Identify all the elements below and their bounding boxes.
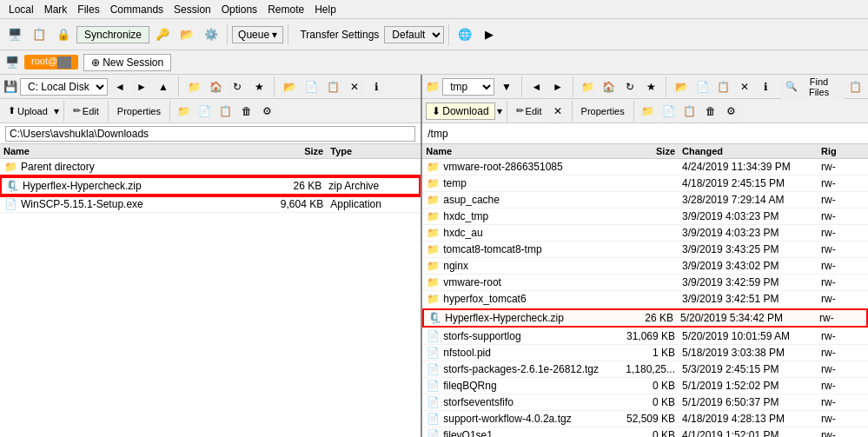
download-icon: ⬇ (432, 105, 441, 117)
menu-local[interactable]: Local (3, 2, 39, 17)
right-toolbar-new-folder[interactable]: 📂 (672, 77, 690, 96)
left-toolbar-new-file[interactable]: 📄 (301, 77, 321, 96)
left-toolbar-folder[interactable]: 📁 (184, 77, 203, 96)
toolbar-icon-btn-7[interactable]: 🌐 (454, 25, 476, 44)
right-file-row-10[interactable]: 📄 storfs-supportlog 31,069 KB 5/20/2019 … (422, 328, 868, 345)
left-sep-2 (274, 76, 275, 97)
transfer-settings-select[interactable]: Default (384, 26, 444, 43)
toolbar-icon-btn-5[interactable]: 📂 (176, 25, 198, 44)
toolbar-icon-btn-1[interactable]: 🖥️ (3, 25, 26, 44)
left-file-row-parent[interactable]: 📁 Parent directory (0, 159, 421, 175)
right-toolbar-props[interactable]: ℹ (757, 77, 775, 96)
right-toolbar-delete[interactable]: ✕ (736, 77, 754, 96)
session-user: root@ (24, 55, 78, 69)
right-file-row-3[interactable]: 📁 hxdc_tmp 3/9/2019 4:03:23 PM rw- (422, 209, 868, 225)
left-extra-4[interactable]: 🗑 (237, 102, 256, 121)
left-file-row-1[interactable]: 📄 WinSCP-5.15.1-Setup.exe 9,604 KB Appli… (0, 196, 421, 213)
right-file-rights-4: rw- (821, 227, 865, 239)
right-file-row-15[interactable]: 📄 support-workflow-4.0.2a.tgz 52,509 KB … (422, 411, 868, 427)
right-file-row-9[interactable]: 🗜️ Hyperflex-Hypercheck.zip 26 KB 5/20/2… (422, 308, 868, 328)
menu-commands[interactable]: Commands (105, 2, 169, 17)
queue-button[interactable]: Queue ▾ (232, 26, 283, 43)
right-file-row-16[interactable]: 📄 fileyQ1se1 0 KB 4/1/2019 1:52:01 PM rw… (422, 427, 868, 437)
right-file-row-5[interactable]: 📁 tomcat8-tomcat8-tmp 3/9/2019 3:43:25 P… (422, 242, 868, 258)
toolbar-icon-btn-3[interactable]: 🔒 (52, 25, 75, 44)
menu-files[interactable]: Files (72, 2, 104, 17)
left-extra-5[interactable]: ⚙ (258, 102, 277, 121)
right-file-row-13[interactable]: 📄 fileqBQRng 0 KB 5/1/2019 1:52:02 PM rw… (422, 378, 868, 394)
right-extra-2[interactable]: 📄 (659, 102, 679, 121)
right-file-icon-0: 📁 (426, 160, 440, 174)
edit-icon-right: ✏ (516, 105, 524, 116)
right-toolbar-copy[interactable]: 📋 (714, 77, 732, 96)
left-nav-up[interactable]: ▲ (154, 77, 173, 96)
toolbar-icon-btn-4[interactable]: 🔑 (151, 25, 174, 44)
right-file-row-8[interactable]: 📁 hyperfox_tomcat6 3/9/2019 3:42:51 PM r… (422, 291, 868, 308)
menu-help[interactable]: Help (309, 2, 341, 17)
right-nav-forward[interactable]: ► (548, 77, 567, 96)
left-toolbar-refresh[interactable]: ↻ (228, 77, 247, 96)
right-toolbar-folder[interactable]: 📁 (579, 77, 597, 96)
right-file-size-16: 0 KB (604, 429, 682, 437)
right-toolbar-refresh[interactable]: ↻ (620, 77, 639, 96)
right-path-selector[interactable]: tmp (442, 78, 494, 96)
find-files-button[interactable]: 🔍 Find Files (781, 75, 844, 99)
download-button[interactable]: ⬇ Download (426, 103, 494, 120)
right-delete-button[interactable]: ✕ (548, 102, 567, 121)
right-file-row-2[interactable]: 📁 asup_cache 3/28/2019 7:29:14 AM rw- (422, 192, 868, 209)
right-extra-3[interactable]: 📋 (680, 102, 699, 121)
new-session-button[interactable]: ⊕ New Session (83, 54, 171, 71)
left-toolbar-delete[interactable]: ✕ (345, 77, 364, 96)
right-file-row-14[interactable]: 📄 storfseventsfifo 0 KB 5/1/2019 6:50:37… (422, 394, 868, 411)
drive-selector[interactable]: C: Local Disk (20, 78, 108, 96)
right-extra-4[interactable]: 🗑 (701, 102, 720, 121)
right-extra-5[interactable]: ⚙ (722, 102, 741, 121)
toolbar-icon-btn-2[interactable]: 📋 (28, 25, 50, 44)
left-extra-3[interactable]: 📋 (216, 102, 235, 121)
right-file-icon-6: 📁 (426, 259, 440, 273)
edit-icon-left: ✏ (73, 105, 81, 116)
left-toolbar-copy[interactable]: 📋 (323, 77, 342, 96)
left-properties-button[interactable]: Properties (113, 104, 165, 118)
toolbar-icon-btn-8[interactable]: ▶ (478, 25, 500, 44)
toolbar-icon-btn-6[interactable]: ⚙️ (200, 25, 222, 44)
left-extra-2[interactable]: 📄 (195, 102, 215, 121)
right-toolbar-home[interactable]: 🏠 (600, 77, 618, 96)
right-properties-button[interactable]: Properties (577, 104, 629, 118)
right-file-row-1[interactable]: 📁 temp 4/18/2019 2:45:15 PM rw- (422, 175, 868, 192)
left-file-row-0[interactable]: 🗜️ Hyperflex-Hypercheck.zip 26 KB zip Ar… (0, 176, 421, 195)
right-file-row-4[interactable]: 📁 hxdc_au 3/9/2019 4:03:23 PM rw- (422, 225, 868, 242)
left-path-input[interactable] (5, 126, 415, 142)
menu-remote[interactable]: Remote (262, 2, 309, 17)
right-file-row-12[interactable]: 📄 storfs-packages-2.6.1e-26812.tgz 1,180… (422, 361, 868, 378)
sync-button[interactable]: Synchronize (76, 26, 149, 43)
left-nav-back[interactable]: ◄ (110, 77, 129, 96)
right-edit-button[interactable]: ✏ Edit (512, 103, 547, 118)
right-nav-back[interactable]: ◄ (527, 77, 546, 96)
right-file-row-11[interactable]: 📄 nfstool.pid 1 KB 5/18/2019 3:03:38 PM … (422, 345, 868, 361)
left-path-bar (0, 123, 421, 144)
left-toolbar-new-folder[interactable]: 📂 (280, 77, 299, 96)
right-file-icon-2: 📁 (426, 193, 440, 207)
right-extra-1[interactable]: 📁 (639, 102, 658, 121)
right-file-name-12: storfs-packages-2.6.1e-26812.tgz (443, 363, 604, 375)
right-file-row-0[interactable]: 📁 vmware-root-2866351085 4/24/2019 11:34… (422, 159, 868, 175)
left-edit-button[interactable]: ✏ Edit (69, 103, 103, 118)
right-toolbar-bookmark[interactable]: ★ (642, 77, 660, 96)
upload-button[interactable]: ⬆ Upload (3, 103, 52, 118)
right-file-row-7[interactable]: 📁 vmware-root 3/9/2019 3:42:59 PM rw- (422, 275, 868, 291)
right-filter-btn[interactable]: ▼ (497, 77, 515, 96)
left-toolbar-bookmark[interactable]: ★ (249, 77, 268, 96)
left-nav-forward[interactable]: ► (132, 77, 151, 96)
right-file-row-6[interactable]: 📁 nginx 3/9/2019 3:43:02 PM rw- (422, 258, 868, 275)
menu-session[interactable]: Session (169, 2, 216, 17)
menu-mark[interactable]: Mark (39, 2, 73, 17)
right-toolbar-new-file[interactable]: 📄 (693, 77, 712, 96)
left-extra-1[interactable]: 📁 (175, 102, 194, 121)
right-file-size-10: 31,069 KB (604, 330, 682, 342)
menu-options[interactable]: Options (216, 2, 262, 17)
right-extra-btn[interactable]: 📋 (846, 77, 865, 96)
left-toolbar-props[interactable]: ℹ (367, 77, 386, 96)
left-toolbar-home[interactable]: 🏠 (206, 77, 225, 96)
left-sep-1 (178, 76, 179, 97)
